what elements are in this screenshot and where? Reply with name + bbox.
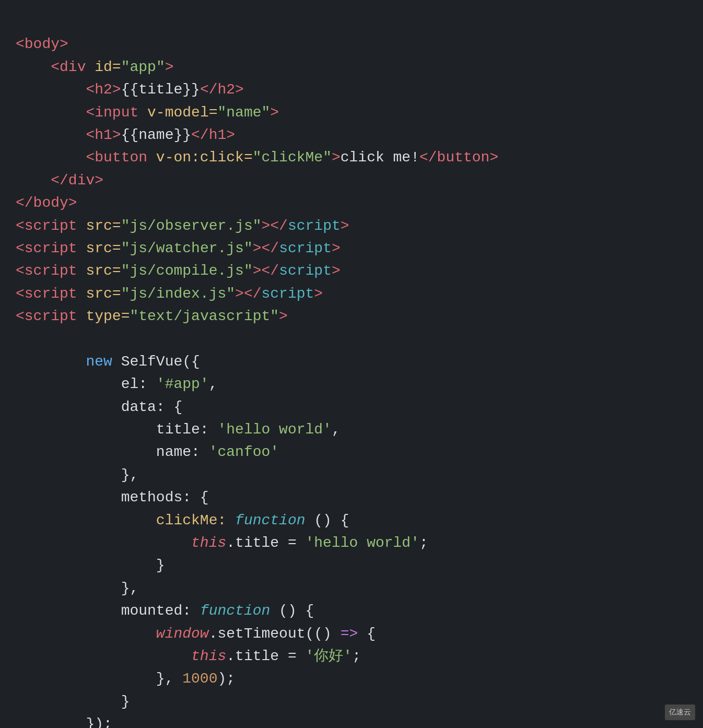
code-container: <body> <div id="app"> <h2>{{title}}</h2>…: [16, 10, 687, 728]
line-body-open: <body> <div id="app"> <h2>{{title}}</h2>…: [16, 36, 498, 728]
watermark: 亿速云: [665, 704, 695, 720]
